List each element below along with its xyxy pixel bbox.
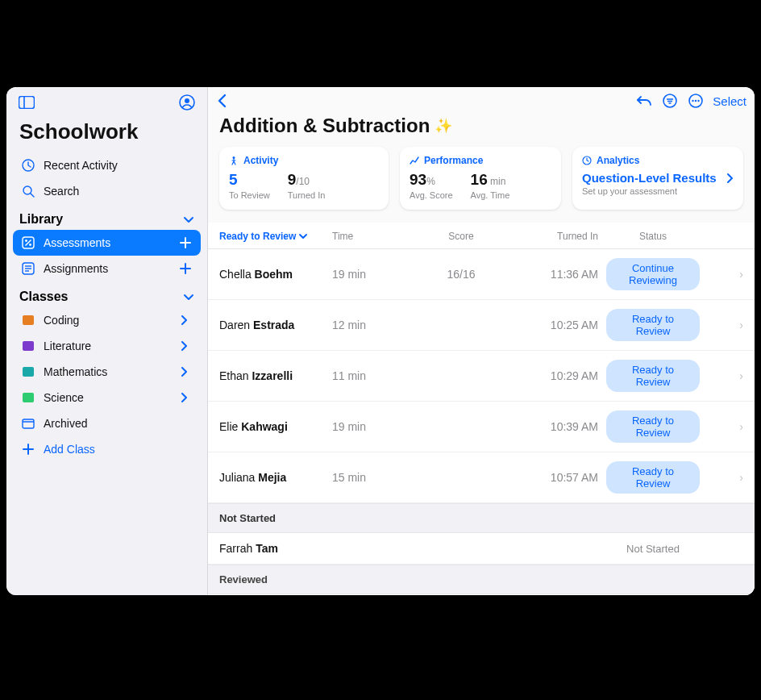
select-button[interactable]: Select (713, 94, 746, 108)
sidebar-class-science[interactable]: Science (13, 385, 201, 410)
svg-rect-0 (19, 97, 35, 109)
first-name: Daren (219, 319, 250, 331)
plus-icon[interactable] (180, 237, 193, 248)
status-pill[interactable]: Ready to Review (606, 360, 700, 392)
to-review-count: 5 (229, 171, 238, 188)
cell-time: 12 min (332, 319, 413, 331)
sidebar: Schoolwork Recent Activity Search Librar… (6, 87, 208, 595)
svg-point-9 (29, 244, 31, 246)
svg-line-6 (31, 194, 34, 197)
metric-label: Avg. Score (410, 190, 453, 200)
sidebar-class-coding[interactable]: Coding (13, 307, 201, 333)
first-name: Ethan (219, 369, 249, 382)
avg-score: 93 (410, 171, 426, 188)
table-row[interactable]: Ethan Izzarelli 11 min 10:29 AM Ready to… (208, 351, 755, 402)
svg-rect-17 (23, 367, 34, 377)
table-row[interactable]: Farrah Tam Not Started (208, 533, 755, 565)
clock-icon (21, 158, 35, 173)
svg-point-8 (25, 240, 27, 242)
svg-rect-15 (23, 315, 34, 325)
sidebar-search[interactable]: Search (13, 178, 201, 204)
account-icon[interactable] (178, 94, 196, 111)
flask-icon (21, 390, 35, 405)
percent-icon (21, 235, 35, 250)
chevron-right-icon (180, 393, 193, 402)
sidebar-item-label: Archived (44, 417, 87, 430)
list-icon (21, 261, 35, 276)
cell-time: 19 min (332, 420, 413, 433)
sidebar-assessments[interactable]: Assessments (13, 230, 201, 256)
section-label: Library (19, 212, 63, 227)
sidebar-item-label: Coding (44, 314, 79, 327)
analytics-link-title: Question-Level Results (582, 171, 717, 185)
sort-column[interactable]: Ready to Review (219, 231, 332, 242)
filter-icon[interactable] (661, 92, 679, 110)
performance-card[interactable]: Performance 93% Avg. Score 16 min Avg. T… (400, 147, 561, 210)
sort-label: Ready to Review (219, 231, 296, 242)
cell-turned-in: 10:25 AM (509, 319, 606, 331)
section-classes[interactable]: Classes (6, 281, 207, 307)
score-unit: % (426, 176, 435, 187)
section-label: Classes (19, 290, 69, 304)
app-title: Schoolwork (6, 115, 207, 152)
chevron-right-icon: › (724, 471, 743, 484)
chevron-right-icon: › (724, 420, 743, 433)
last-name: Mejia (258, 471, 286, 484)
table-row[interactable]: Elie Kahwagi 19 min 10:39 AM Ready to Re… (208, 402, 755, 452)
avg-time: 16 (471, 171, 488, 188)
cell-time: 15 min (332, 471, 413, 484)
plus-icon (21, 442, 35, 456)
sidebar-add-class[interactable]: Add Class (13, 436, 201, 462)
status-pill[interactable]: Continue Reviewing (606, 258, 700, 290)
table-row[interactable]: Daren Estrada 12 min 10:25 AM Ready to R… (208, 300, 755, 351)
status-pill[interactable]: Ready to Review (606, 410, 700, 443)
sidebar-archived[interactable]: Archived (13, 410, 201, 436)
sidebar-class-literature[interactable]: Literature (13, 333, 201, 359)
group-reviewed: Reviewed (208, 565, 755, 594)
table-row[interactable]: Juliana Mejia 15 min 10:57 AM Ready to R… (208, 452, 755, 503)
svg-point-26 (692, 100, 694, 102)
table-row[interactable]: Jason Bettinger 12 min 13/16 10:59 AM Re… (208, 594, 755, 595)
page-title-text: Addition & Subtraction (219, 115, 430, 137)
sidebar-item-label: Recent Activity (44, 159, 118, 172)
sparkle-icon: ✨ (435, 117, 452, 135)
time-unit: min (488, 176, 506, 187)
sidebar-assignments[interactable]: Assignments (13, 256, 201, 281)
sidebar-class-mathematics[interactable]: Mathematics (13, 359, 201, 385)
back-button[interactable] (213, 92, 231, 110)
undo-icon[interactable] (635, 92, 653, 110)
sidebar-recent-activity[interactable]: Recent Activity (13, 152, 201, 178)
sidebar-item-label: Assessments (44, 236, 110, 249)
svg-point-3 (185, 98, 189, 103)
metric-label: Avg. Time (471, 190, 510, 200)
col-turned-in[interactable]: Turned In (509, 231, 606, 242)
cell-turned-in: 10:57 AM (509, 471, 606, 484)
col-status[interactable]: Status (606, 231, 724, 242)
analytics-card[interactable]: Analytics Question-Level Results Set up … (572, 147, 743, 210)
toolbar: Select (208, 87, 755, 110)
status-pill[interactable]: Ready to Review (606, 309, 700, 341)
last-name: Tam (256, 542, 278, 555)
col-score[interactable]: Score (413, 231, 509, 242)
col-time[interactable]: Time (332, 231, 413, 242)
more-icon[interactable] (687, 92, 705, 110)
cell-time: 19 min (332, 268, 413, 281)
sidebar-toggle-icon[interactable] (18, 94, 35, 111)
card-title: Performance (424, 155, 483, 166)
status-pill[interactable]: Ready to Review (606, 461, 700, 494)
clock-spin-icon (582, 156, 592, 165)
cell-turned-in: 10:39 AM (509, 420, 606, 433)
chevron-down-icon (183, 291, 194, 302)
main-content: Select Addition & Subtraction ✨ Activity… (208, 87, 755, 595)
chevron-right-icon (180, 367, 193, 377)
chevron-right-icon (726, 173, 734, 184)
app-window: Schoolwork Recent Activity Search Librar… (6, 87, 755, 595)
chevron-right-icon: › (724, 268, 743, 281)
plus-icon[interactable] (180, 263, 193, 274)
archive-icon (21, 416, 35, 431)
section-library[interactable]: Library (6, 204, 207, 230)
metric-label: To Review (229, 190, 270, 200)
table-row[interactable]: Chella Boehm 19 min 16/16 11:36 AM Conti… (208, 249, 755, 300)
svg-rect-19 (23, 419, 34, 428)
activity-card[interactable]: Activity 5 To Review 9/10 Turned In (219, 147, 389, 210)
